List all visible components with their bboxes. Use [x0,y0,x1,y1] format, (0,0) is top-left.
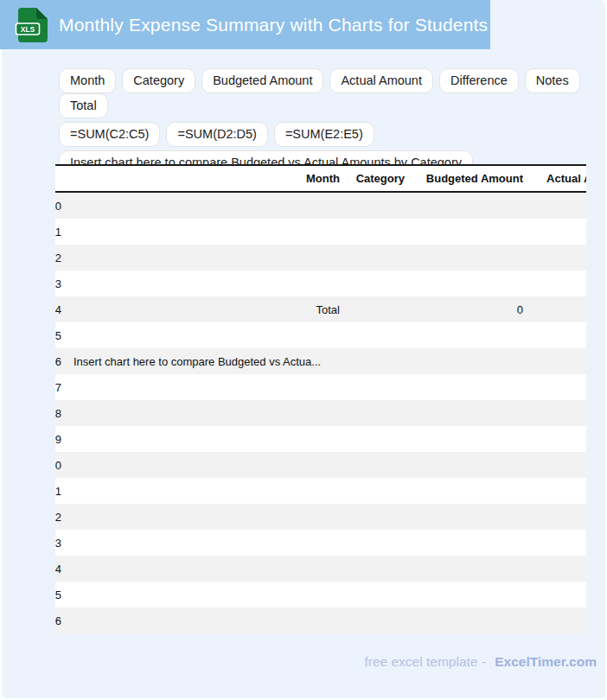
xls-file-icon: XLS [15,7,49,43]
row-number-cell: 19 [55,433,61,446]
footer-text: free excel template - [364,654,485,669]
row-number-cell: 23 [55,537,61,550]
month-cell: Total [289,303,340,316]
row-number-cell: 22 [55,511,61,524]
table-row: 22 [55,504,586,530]
table-row: 25 [55,582,586,608]
row-number-cell: 11 [55,226,61,239]
table-row: 11 [55,219,586,245]
formula-chip: =SUM(E2:E5) [274,122,374,147]
row-number-cell: 14 [55,303,61,316]
column-chip: Difference [439,68,519,93]
column-chip: Total [59,93,108,118]
svg-text:XLS: XLS [21,24,35,33]
table-row: 17 [55,374,586,400]
table-row: 18 [55,400,586,426]
month-header: Month [289,172,340,185]
table-row: 20 [55,452,586,478]
column-chip: Category [122,68,195,93]
column-chips-row: MonthCategoryBudgeted AmountActual Amoun… [59,68,604,118]
table-row: 23 [55,530,586,556]
row-number-cell: 24 [55,563,61,576]
spreadsheet-preview-table: Month Category Budgeted Amount Actual Am… [55,164,586,633]
formula-chip: =SUM(D2:D5) [166,122,267,147]
category-header: Category [340,172,405,185]
actual-amount-header: Actual Amount [523,172,586,185]
table-row: 21 [55,478,586,504]
exceltimer-brand-link[interactable]: ExcelTimer.com [495,654,597,669]
table-row: 15 [55,322,586,348]
row-number-cell: 18 [55,407,61,420]
row-number-cell: 16 [55,355,61,368]
page-header: XLS Monthly Expense Summary with Charts … [0,0,490,49]
row-number-cell: 20 [55,459,61,472]
row-number-cell: 10 [55,200,61,213]
table-row: 19 [55,426,586,452]
row-number-cell: 17 [55,381,61,394]
table-row: 13 [55,270,586,296]
budgeted-amount-cell: 0 [405,303,523,316]
formula-chip: =SUM(C2:C5) [59,122,160,147]
column-chip: Month [59,68,116,93]
table-row: 12 [55,245,586,270]
column-chip: Actual Amount [329,68,433,93]
chips-section: MonthCategoryBudgeted AmountActual Amoun… [59,68,604,179]
table-row: 10 [55,193,586,219]
chart-placeholder-cell: Insert chart here to compare Budgeted vs… [61,355,321,368]
row-number-cell: 21 [55,485,61,498]
table-row: 14Total0 [55,296,586,322]
formula-chips-row: =SUM(C2:C5)=SUM(D2:D5)=SUM(E2:E5) [59,122,604,147]
table-row: 26 [55,608,586,633]
table-body: 1011121314Total01516Insert chart here to… [55,193,586,633]
table-header-row: Month Category Budgeted Amount Actual Am… [55,166,586,193]
row-number-cell: 26 [55,614,61,627]
row-number-cell: 25 [55,589,61,601]
budgeted-amount-header: Budgeted Amount [405,172,523,185]
page-title: Monthly Expense Summary with Charts for … [59,15,488,35]
row-number-cell: 13 [55,277,61,290]
row-number-cell: 12 [55,251,61,264]
column-chip: Budgeted Amount [201,68,323,93]
column-chip: Notes [525,68,580,93]
row-number-cell: 15 [55,329,61,342]
table-row: 24 [55,556,586,582]
page-footer: free excel template - ExcelTimer.com [364,654,597,670]
table-row: 16Insert chart here to compare Budgeted … [55,348,586,374]
